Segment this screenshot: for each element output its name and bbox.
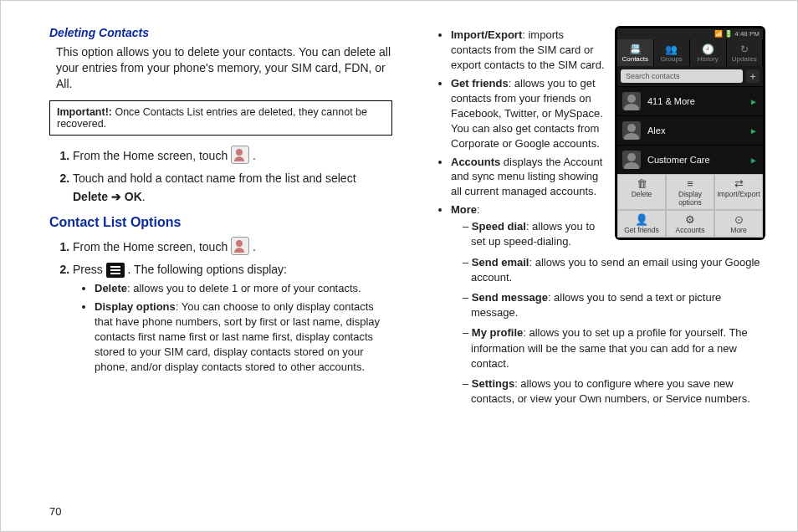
more-settings: Settings: allows you to configure where … [463,376,765,407]
menu-more[interactable]: ⊙More [714,210,763,238]
manual-page: Deleting Contacts This option allows you… [0,0,798,532]
clo1-text-a: From the Home screen, touch [73,240,231,253]
step-1: From the Home screen, touch . [73,146,392,166]
step-2: Touch and hold a contact name from the l… [73,170,392,206]
opt-delete-text: : allows you to delete 1 or more of your… [127,282,361,294]
contact-list-options-heading: Contact List Options [49,215,392,230]
options-menu-grid: 🗑Delete ≡Display options ⇄Import/Export … [617,174,763,238]
avatar [622,121,641,140]
menu-label: Delete [632,190,652,198]
contact-name: Customer Care [647,155,749,165]
contacts-tabs: 📇Contacts 👥Groups 🕘History ↻Updates [617,39,763,66]
step2-end: . [142,190,146,203]
tab-groups[interactable]: 👥Groups [654,39,691,66]
contact-row[interactable]: 411 & More► [617,86,763,115]
right-column: 📶 🔋 4:48 PM 📇Contacts 👥Groups 🕘History ↻… [422,26,765,412]
deleting-contacts-heading: Deleting Contacts [49,26,392,39]
contacts-icon [231,146,249,164]
menu-label: Display options [678,190,702,207]
contact-name: 411 & More [647,96,749,106]
opt-more-label: More [451,203,477,216]
opt-get-label: Get friends [451,77,509,90]
opt-imp-label: Import/Export [451,28,522,41]
menu-label: Import/Export [717,190,760,198]
tab-label: History [698,55,719,63]
history-tab-icon: 🕘 [690,44,726,54]
clo-options-left: Delete: allows you to delete 1 or more o… [73,281,392,375]
opt-acc-label: Accounts [451,156,500,168]
opt-delete: Delete: allows you to delete 1 or more o… [95,281,392,296]
tab-updates[interactable]: ↻Updates [727,39,764,66]
import-export-icon: ⇄ [715,178,762,189]
more-sublist: Speed dial: allows you to set up speed-d… [451,219,765,407]
step1-text-a: From the Home screen, touch [73,149,231,162]
tab-label: Contacts [622,55,648,63]
important-note: Important!: Once Contacts List entries a… [49,100,392,136]
chevron-icon: ► [749,126,758,136]
more-label: Send email [472,256,529,269]
opt-display-options: Display options: You can choose to only … [95,299,392,375]
contacts-list: 411 & More► Alex► Customer Care► [617,86,763,174]
contacts-icon [231,237,249,255]
clo-step-2: Press . The following options display: D… [73,261,392,374]
step1-text-b: . [253,149,256,162]
delete-icon: 🗑 [618,178,665,189]
display-options-icon: ≡ [667,178,714,189]
menu-icon [106,263,125,278]
clo1-text-b: . [253,240,256,253]
important-label: Important!: [57,106,112,118]
tab-history[interactable]: 🕘History [690,39,727,66]
left-column: Deleting Contacts This option allows you… [49,26,392,412]
contacts-tab-icon: 📇 [617,44,653,54]
deleting-steps: From the Home screen, touch . Touch and … [49,146,392,207]
clo2-text-b: . The following options display: [128,263,287,276]
contact-name: Alex [647,125,749,136]
phone-frame: 📶 🔋 4:48 PM 📇Contacts 👥Groups 🕘History ↻… [615,26,765,240]
contact-row[interactable]: Customer Care► [617,145,763,174]
menu-import-export[interactable]: ⇄Import/Export [714,174,763,210]
tab-contacts[interactable]: 📇Contacts [617,39,654,66]
opt-disp-label: Display options [95,300,176,313]
more-send-message: Send message: allows you to send a text … [463,290,765,320]
step2-ok: OK [125,190,142,203]
search-row: Search contacts ＋ [617,66,763,86]
menu-label: Accounts [676,226,705,234]
get-friends-icon: 👤 [618,214,665,225]
chevron-icon: ► [749,156,758,165]
more-my-profile: My profile: allows you to set up a profi… [463,325,765,371]
menu-label: Get friends [624,226,659,234]
opt-delete-label: Delete [95,282,127,294]
more-label: Send message [472,291,548,304]
menu-delete[interactable]: 🗑Delete [617,174,666,210]
accounts-icon: ⚙ [667,214,714,225]
chevron-icon: ► [749,97,758,106]
search-input[interactable]: Search contacts [621,69,743,83]
more-send-email: Send email: allows you to send an email … [463,255,765,285]
step2-delete: Delete [73,190,111,203]
status-bar: 📶 🔋 4:48 PM [617,28,763,39]
clo2-text-a: Press [73,263,106,276]
menu-display-options[interactable]: ≡Display options [666,174,714,210]
clo-steps: From the Home screen, touch . Press . Th… [49,237,392,375]
menu-label: More [730,226,746,234]
deleting-contacts-body: This option allows you to delete your co… [49,44,392,92]
updates-tab-icon: ↻ [727,44,763,54]
clo-step-1: From the Home screen, touch . [73,237,392,257]
opt-more-colon: : [477,203,480,216]
phone-screenshot: 📶 🔋 4:48 PM 📇Contacts 👥Groups 🕘History ↻… [615,26,765,240]
menu-accounts[interactable]: ⚙Accounts [666,210,714,238]
menu-get-friends[interactable]: 👤Get friends [617,210,666,238]
tab-label: Updates [732,55,757,63]
more-icon: ⊙ [715,214,762,225]
page-number: 70 [49,505,61,518]
more-label: Settings [472,377,514,390]
avatar [622,92,641,110]
more-label: My profile [472,326,523,339]
contact-row[interactable]: Alex► [617,115,763,145]
step2-text-a: Touch and hold a contact name from the l… [73,171,356,185]
add-contact-button[interactable]: ＋ [746,69,760,83]
arrow-icon: ➔ [111,190,125,203]
more-label: Speed dial [472,220,526,233]
avatar [622,151,641,169]
tab-label: Groups [661,55,683,63]
